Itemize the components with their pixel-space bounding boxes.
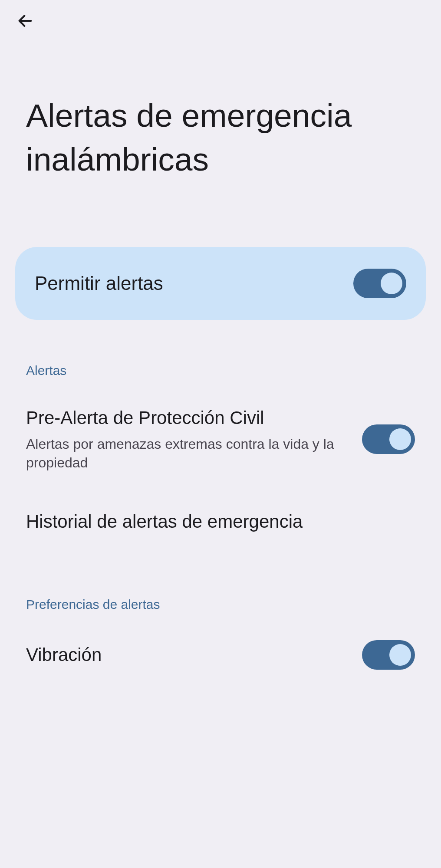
prealert-description: Alertas por amenazas extremas contra la … xyxy=(26,435,345,472)
alerts-section-header: Alertas xyxy=(0,320,441,389)
vibration-text: Vibración xyxy=(26,643,345,667)
allow-alerts-toggle[interactable] xyxy=(353,269,406,298)
toggle-knob xyxy=(381,273,402,294)
prealert-title: Pre-Alerta de Protección Civil xyxy=(26,406,345,430)
allow-alerts-card[interactable]: Permitir alertas xyxy=(15,247,426,320)
prealert-setting[interactable]: Pre-Alerta de Protección Civil Alertas p… xyxy=(0,389,441,490)
app-header xyxy=(0,0,441,42)
vibration-title: Vibración xyxy=(26,643,345,667)
prealert-toggle[interactable] xyxy=(362,424,415,454)
allow-alerts-label: Permitir alertas xyxy=(35,273,163,294)
toggle-knob xyxy=(389,428,411,450)
arrow-left-icon xyxy=(16,12,34,30)
back-button[interactable] xyxy=(13,9,37,33)
history-title: Historial de alertas de emergencia xyxy=(26,511,415,532)
history-setting[interactable]: Historial de alertas de emergencia xyxy=(0,490,441,554)
prealert-text: Pre-Alerta de Protección Civil Alertas p… xyxy=(26,406,345,473)
vibration-setting[interactable]: Vibración xyxy=(0,623,441,687)
toggle-knob xyxy=(389,644,411,666)
vibration-toggle[interactable] xyxy=(362,640,415,670)
preferences-section-header: Preferencias de alertas xyxy=(0,554,441,623)
page-title: Alertas de emergencia inalámbricas xyxy=(0,42,441,247)
